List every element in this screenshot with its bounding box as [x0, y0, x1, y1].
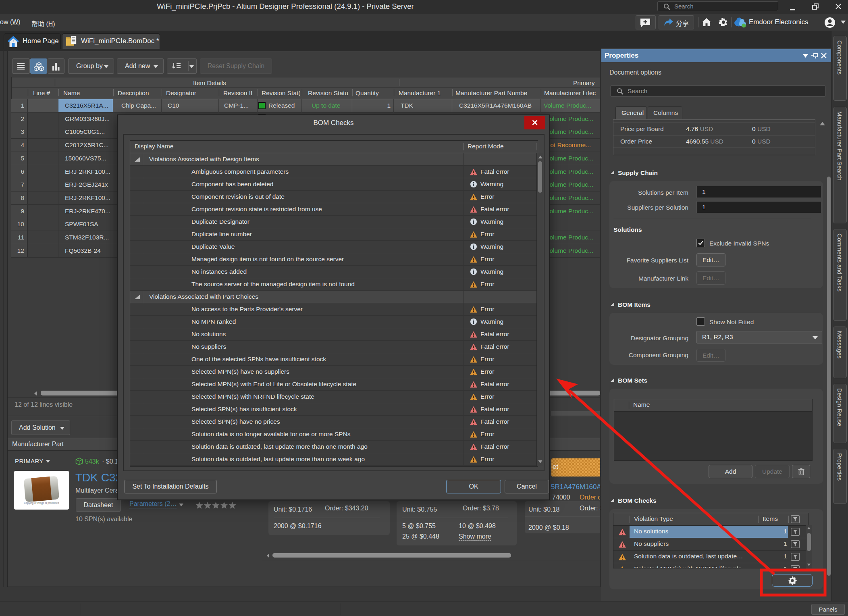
svg-text:Copying of image is prohibited: Copying of image is prohibited [24, 502, 59, 505]
